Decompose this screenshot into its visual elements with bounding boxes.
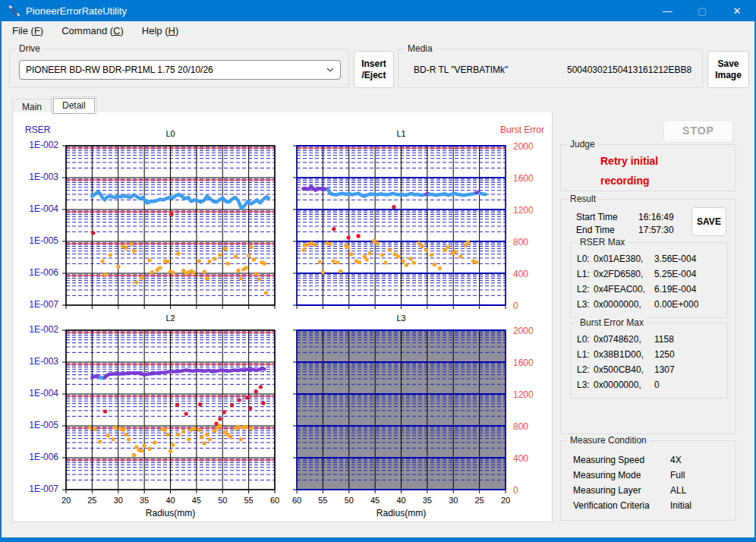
measure-name-0: Measuring Speed [573, 455, 644, 465]
save-button[interactable]: SAVE [691, 207, 726, 236]
right-axis-title: Burst Error [500, 124, 544, 135]
rser-max-l1-address: 0x2FD6580, [594, 269, 643, 279]
burst-max-l2-address: 0x500CB40, [594, 364, 644, 375]
minimize-button[interactable]: — [650, 0, 685, 21]
measure-name-3: Verification Criteria [573, 500, 650, 511]
end-time-label: End Time [576, 225, 615, 235]
x-tick: 25 [80, 496, 103, 505]
burst-max-l1-address: 0x38B1D00, [594, 349, 644, 360]
media-id: 50040302150413161212EBB8 [567, 65, 691, 75]
drive-group-label: Drive [16, 43, 43, 54]
judge-line1: Retry initial [600, 151, 658, 171]
rser-max-l3-address: 0x0000000, [594, 299, 641, 310]
rser-max-l1-value: 5.25E-004 [654, 269, 696, 279]
stop-button-label: STOP [682, 124, 714, 138]
x-axis-title: Radius(mm) [297, 508, 506, 518]
x-tick: 30 [107, 496, 130, 505]
menu-item-command[interactable]: Command (C) [54, 24, 131, 38]
drive-select-value: PIONEER BD-RW BDR-PR1ML 1.75 20/10/26 [26, 65, 213, 75]
chart-title-l1: L1 [297, 129, 506, 138]
rser-max-l2-value: 6.19E-004 [654, 284, 696, 295]
y-right-tick: 800 [513, 237, 543, 247]
y-left-tick: 1E-007 [19, 299, 58, 310]
media-group: Media BD-R TL "VERBATIMk" 50040302150413… [398, 49, 703, 88]
judge-line2: recording [600, 171, 658, 191]
left-axis-title: RSER [25, 124, 50, 135]
measure-value-0: 4X [670, 455, 682, 465]
x-tick: 45 [185, 496, 208, 505]
start-time-value: 16:16:49 [638, 212, 674, 222]
burst-max-l1-layer: L1: [577, 349, 590, 360]
y-left-tick: 1E-004 [19, 388, 58, 399]
burst-max-l3-layer: L3: [577, 380, 590, 390]
x-tick: 55 [238, 496, 260, 505]
burst-max-l0-layer: L0: [577, 334, 590, 345]
y-left-tick: 1E-006 [19, 267, 58, 278]
result-group: Result Start Time 16:16:49 End Time 17:5… [560, 199, 736, 434]
rser-max-l3-value: 0.00E+000 [654, 299, 698, 310]
end-time-value: 17:57:30 [638, 225, 674, 235]
judge-group: Judge Retry initial recording [560, 144, 736, 191]
y-right-tick: 2000 [513, 326, 543, 336]
y-right-tick: 400 [513, 269, 543, 279]
drive-group: Drive PIONEER BD-RW BDR-PR1ML 1.75 20/10… [9, 49, 349, 88]
rser-max-l1-layer: L1: [577, 269, 590, 279]
y-right-tick: 1600 [513, 173, 543, 184]
y-left-tick: 1E-006 [19, 452, 58, 462]
insert-eject-line1: Insert [361, 58, 386, 70]
chart-l0 [61, 141, 279, 310]
close-button[interactable]: ✕ [720, 0, 754, 21]
y-left-tick: 1E-002 [19, 324, 58, 335]
measure-value-3: Initial [670, 500, 691, 511]
save-image-line2: Image [715, 70, 742, 81]
burst-max-l1-value: 1250 [654, 349, 675, 360]
judge-text: Retry initial recording [600, 151, 658, 191]
y-left-tick: 1E-007 [19, 484, 58, 494]
menu-item-file[interactable]: File (F) [5, 24, 51, 38]
measure-value-1: Full [670, 470, 685, 481]
y-right-tick: 2000 [513, 141, 543, 152]
tab-detail[interactable]: Detail [52, 96, 96, 115]
burst-max-l3-address: 0x0000000, [594, 380, 641, 390]
insert-eject-line2: /Eject [361, 70, 386, 81]
rser-max-l0-value: 3.56E-004 [654, 254, 696, 264]
chart-l3 [292, 326, 510, 494]
stop-button[interactable]: STOP [663, 120, 733, 143]
y-left-tick: 1E-005 [19, 420, 58, 430]
measure-name-1: Measuring Mode [573, 470, 641, 481]
measure-value-2: ALL [670, 485, 686, 496]
x-tick: 45 [364, 496, 386, 505]
maximize-button[interactable]: ▢ [685, 0, 720, 21]
burst-max-l3-value: 0 [654, 380, 660, 390]
x-tick: 50 [338, 496, 361, 505]
chevron-down-icon [326, 67, 334, 73]
measure-condition-group: Measure Condition Measuring Speed4XMeasu… [560, 440, 736, 521]
rser-max-group: RSER Max L0:0x01AE380,3.56E-004L1:0x2FD6… [570, 242, 728, 318]
y-right-tick: 800 [513, 421, 543, 432]
x-tick: 40 [390, 496, 413, 505]
insert-eject-button[interactable]: Insert /Eject [354, 51, 394, 88]
x-tick: 60 [263, 496, 286, 505]
y-right-tick: 1200 [513, 205, 543, 216]
rser-max-l3-layer: L3: [577, 299, 590, 310]
burst-max-label: Burst Error Max [577, 317, 647, 328]
burst-max-l2-layer: L2: [577, 364, 590, 375]
chart-panel: RSER Burst Error 1E-0021E-0031E-0041E-00… [12, 112, 553, 522]
chart-title-l3: L3 [297, 314, 506, 323]
media-group-label: Media [405, 43, 436, 54]
y-left-tick: 1E-003 [19, 172, 58, 182]
menu-item-help[interactable]: Help (H) [134, 24, 186, 38]
chart-title-l2: L2 [66, 314, 275, 323]
y-right-tick: 400 [513, 453, 543, 464]
y-left-tick: 1E-005 [19, 235, 58, 246]
x-tick: 55 [311, 496, 334, 505]
chart-l2 [61, 326, 279, 494]
rser-max-l0-layer: L0: [577, 254, 590, 264]
burst-max-l0-address: 0x0748620, [594, 334, 641, 345]
menu-bar: File (F)Command (C)Help (H) [2, 21, 754, 39]
chart-l1 [292, 141, 510, 310]
save-image-button[interactable]: Save Image [707, 51, 749, 88]
x-tick: 60 [285, 496, 308, 505]
burst-max-l0-value: 1158 [654, 334, 674, 345]
drive-select[interactable]: PIONEER BD-RW BDR-PR1ML 1.75 20/10/26 [19, 60, 341, 80]
